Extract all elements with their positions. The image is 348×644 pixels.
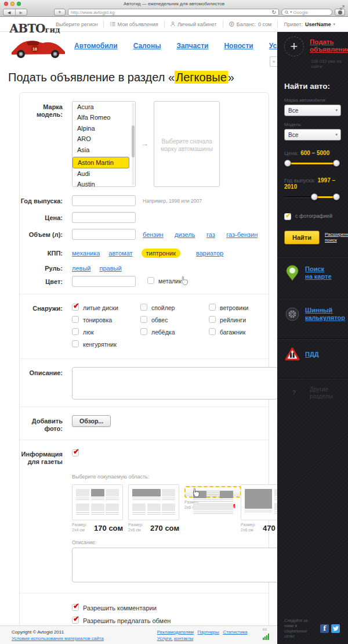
newspaper-description-textarea[interactable] — [72, 548, 285, 582]
description-textarea[interactable] — [72, 367, 278, 400]
refresh-icon[interactable]: ↻ — [271, 10, 276, 15]
tire-calculator-item[interactable]: Шинныйкалькулятор — [277, 299, 348, 329]
terms-link[interactable]: Условия использования материалов сайта — [12, 636, 104, 641]
advanced-search-link[interactable]: Расширенныйпоиск — [325, 232, 348, 243]
metallic-checkbox[interactable] — [147, 277, 154, 284]
map-search-item[interactable]: Поискна карте — [277, 257, 348, 289]
fuel-petrol-link[interactable]: бензин — [143, 231, 164, 238]
deflectors-checkbox[interactable] — [209, 304, 216, 311]
cursor-hand-ad-select — [191, 488, 200, 500]
sidebar-collapse-handle[interactable]: » — [270, 56, 277, 67]
volume-input[interactable] — [72, 229, 136, 240]
ad-option-2[interactable]: Размер:2х6 см 270 сом — [128, 484, 179, 533]
brand-option[interactable]: Acura — [72, 102, 135, 112]
address-bar[interactable]: http://www.avtogid.kg ↻ — [68, 9, 279, 16]
balance-indicator[interactable]: Баланс: 0 сом — [229, 21, 271, 27]
railings-checkbox[interactable] — [209, 316, 216, 323]
user-menu[interactable]: Привет: UserName ▾ — [284, 21, 335, 27]
brand-option[interactable]: Alpina — [72, 123, 135, 134]
sidebar-submit-ad-link[interactable]: Податьобъявление — [310, 38, 348, 56]
sunroof-checkbox[interactable] — [72, 328, 79, 335]
model-listbox-placeholder[interactable]: Выберите сначала марку автомашины — [154, 101, 220, 187]
gearbox-manual-link[interactable]: механика — [72, 250, 100, 257]
newspaper-info-checkbox-checked[interactable] — [72, 449, 79, 456]
plus-circle-icon[interactable]: + — [284, 37, 304, 56]
partners-link[interactable]: Партнеры — [198, 629, 219, 635]
find-button[interactable]: Найти — [284, 231, 320, 244]
bullbar-checkbox[interactable] — [72, 340, 79, 347]
year-range-label: Год выпуска:1997 – 2010 — [284, 177, 342, 190]
ad-option-1[interactable]: Размер:2х4 см 170 сом — [72, 484, 123, 533]
price-input[interactable] — [72, 212, 136, 223]
sidebar-model-select[interactable]: Все ▾ — [284, 129, 341, 141]
fuel-gas-petrol-link[interactable]: газ-бензин — [226, 231, 258, 238]
steering-right-link[interactable]: правый — [99, 265, 121, 272]
year-range-slider[interactable] — [284, 193, 340, 200]
allow-comments-checkbox-checked[interactable] — [72, 604, 79, 611]
search-input[interactable]: ▾ Google — [281, 9, 332, 16]
brand-option[interactable]: Austin — [72, 179, 135, 187]
brand-option[interactable]: Alfa Romeo — [72, 112, 135, 123]
sidebar: » + Податьобъявление 108 033 уже на сайт… — [277, 32, 348, 644]
gearbox-automatic-link[interactable]: автомат — [108, 250, 132, 257]
other-sections-item[interactable]: ? Другиеразделы — [277, 379, 348, 407]
spoiler-checkbox[interactable] — [140, 304, 147, 311]
roofrack-checkbox[interactable] — [209, 328, 216, 335]
color-input[interactable] — [72, 276, 136, 287]
back-button[interactable]: ◀ — [3, 9, 15, 15]
year-input[interactable] — [72, 195, 136, 206]
steering-left-link[interactable]: левый — [72, 265, 90, 272]
price-slider-max-handle[interactable] — [333, 160, 340, 167]
year-label: Год выпуска: — [20, 195, 63, 206]
price-range-slider[interactable] — [284, 160, 340, 167]
close-window-button[interactable] — [4, 2, 8, 6]
bodykit-checkbox[interactable] — [140, 316, 147, 323]
contacts-link[interactable]: контакты — [174, 636, 193, 641]
fuel-gas-link[interactable]: газ — [206, 231, 215, 238]
brand-option[interactable]: Asia — [72, 145, 135, 155]
with-photo-filter[interactable]: с фотографией — [284, 212, 342, 220]
zoom-window-button[interactable] — [17, 2, 21, 6]
year-slider-max-handle[interactable] — [333, 193, 340, 200]
sidebar-brand-label: Марка автомобиля: — [284, 98, 342, 103]
visitor-counter-icon[interactable]: KG — [263, 629, 269, 644]
alloy-wheels-checkbox-checked[interactable] — [72, 304, 79, 311]
scrollbar-thumb[interactable] — [132, 125, 135, 157]
nav-news[interactable]: Новости — [224, 42, 253, 50]
twitter-icon[interactable] — [331, 624, 340, 633]
traffic-rules-item[interactable]: ПДД — [277, 340, 348, 369]
advertisers-link[interactable]: Рекламодателям — [157, 629, 194, 635]
nav-parts[interactable]: Запчасти — [176, 42, 208, 50]
browse-button[interactable]: Обзор... — [72, 415, 111, 427]
allow-exchange-checkbox-checked[interactable] — [72, 617, 79, 624]
balance-value: 0 сом — [258, 21, 271, 27]
nav-salons[interactable]: Салоны — [133, 42, 161, 50]
services-link[interactable]: Услуги, — [157, 636, 173, 641]
title-bar[interactable]: Автогид — еженедельник для автомобилисто… — [0, 0, 348, 8]
stats-link[interactable]: Статистика — [223, 629, 247, 635]
sidebar-brand-select[interactable]: Все ▾ — [284, 105, 341, 116]
with-photo-checkbox-checked[interactable] — [284, 213, 291, 220]
gearbox-tiptronic-selected[interactable]: типтроник — [142, 249, 180, 258]
personal-cabinet-link[interactable]: Личный кабинет — [171, 21, 217, 27]
minimize-window-button[interactable] — [10, 2, 14, 6]
tinting-checkbox[interactable] — [72, 316, 79, 323]
nav-cars[interactable]: Автомобили — [74, 42, 118, 50]
tire-icon — [284, 307, 300, 321]
facebook-icon[interactable]: f — [320, 624, 329, 633]
fuel-diesel-link[interactable]: дизель — [175, 231, 195, 238]
year-slider-min-handle[interactable] — [311, 193, 318, 200]
gearbox-variator-link[interactable]: вариатор — [196, 250, 223, 257]
forward-button[interactable]: ▶ — [15, 9, 27, 15]
brand-listbox[interactable]: Acura Alfa Romeo Alpina ARO Asia Aston M… — [72, 101, 136, 187]
new-tab-button[interactable]: + — [54, 9, 66, 16]
brand-option[interactable]: ARO — [72, 134, 135, 144]
price-slider-min-handle[interactable] — [284, 160, 291, 167]
my-ads-link[interactable]: Мои объявления — [110, 21, 158, 27]
brand-option[interactable]: Audi — [72, 168, 135, 179]
brand-option-selected[interactable]: Aston Martin — [72, 157, 129, 168]
winch-checkbox[interactable] — [140, 328, 147, 335]
site-logo[interactable]: АВТОгид 16 — [9, 23, 73, 62]
fullscreen-icon[interactable] — [340, 2, 345, 12]
page-footer: Copyright © Avtogid 2011 Условия использ… — [0, 625, 277, 644]
